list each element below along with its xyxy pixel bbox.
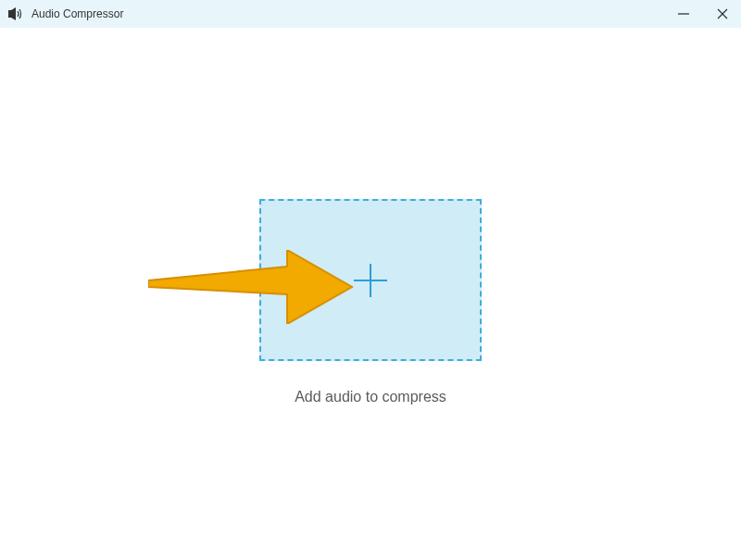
svg-marker-1 bbox=[11, 7, 16, 20]
close-button[interactable] bbox=[711, 3, 734, 25]
speaker-icon bbox=[7, 6, 24, 22]
plus-icon bbox=[348, 258, 393, 303]
instruction-label: Add audio to compress bbox=[0, 389, 741, 405]
window-title: Audio Compressor bbox=[31, 7, 123, 20]
minimize-button[interactable] bbox=[672, 3, 695, 25]
window-controls bbox=[672, 0, 734, 28]
add-audio-dropzone[interactable] bbox=[259, 199, 482, 361]
titlebar: Audio Compressor bbox=[0, 0, 741, 28]
main-content: Add audio to compress bbox=[0, 28, 741, 560]
svg-rect-0 bbox=[8, 10, 11, 18]
